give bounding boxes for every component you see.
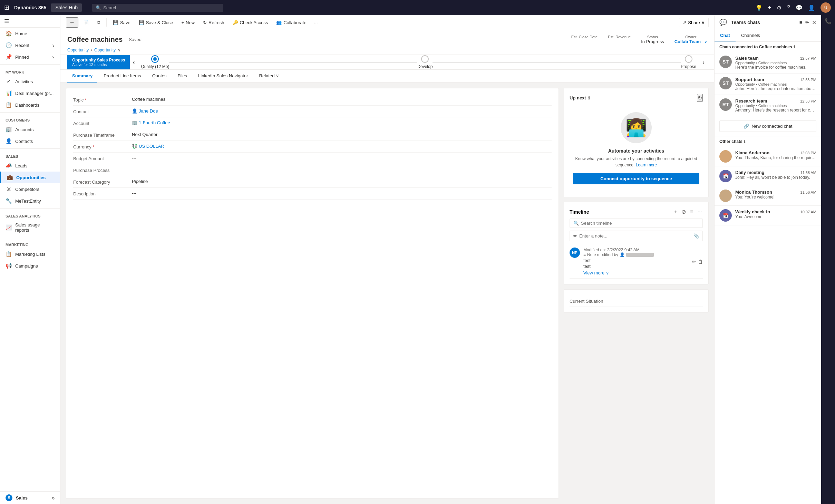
- status-value[interactable]: In Progress: [641, 39, 664, 44]
- back-button[interactable]: ←: [66, 17, 78, 28]
- process-next-button[interactable]: ›: [700, 59, 707, 66]
- refresh-button[interactable]: ↻ Refresh: [200, 18, 228, 27]
- chat-item-kiana[interactable]: Kiana Anderson 12:08 PM You: Thanks, Kia…: [715, 147, 821, 166]
- teams-tab-channels[interactable]: Channels: [736, 30, 766, 41]
- chat-item-weekly-checkin[interactable]: 📅 Weekly check-in 10:07 AM You: Awesome!: [715, 206, 821, 225]
- tab-product-line-items[interactable]: Product Line Items: [99, 70, 146, 83]
- waffle-icon[interactable]: ⊞: [4, 4, 9, 11]
- people-icon[interactable]: 👤: [808, 4, 815, 11]
- collaborate-button[interactable]: 👥 Collaborate: [273, 18, 310, 27]
- learn-more-link[interactable]: Learn more: [636, 163, 657, 167]
- tab-linkedin[interactable]: LinkedIn Sales Navigator: [193, 70, 253, 83]
- teams-close-button[interactable]: ✕: [812, 19, 816, 26]
- global-search-box[interactable]: 🔍: [92, 4, 223, 12]
- share-button[interactable]: ↗ Share ∨: [679, 18, 709, 27]
- form-value-currency[interactable]: 💱 US DOLLAR: [132, 144, 164, 149]
- form-value-description[interactable]: ---: [132, 191, 136, 196]
- form-value-forecast-category[interactable]: Pipeline: [132, 179, 148, 184]
- sidebar-item-sales-usage[interactable]: 📈 Sales usage reports: [0, 220, 60, 235]
- sidebar-item-pinned[interactable]: 📌 Pinned ∨: [0, 51, 60, 63]
- teams-phone-icon[interactable]: 📞: [825, 18, 832, 25]
- teams-filter-button[interactable]: ≡: [799, 19, 802, 26]
- chat-item-sales-team[interactable]: ST Sales team 12:57 PM Opportunity • Cof…: [715, 52, 821, 74]
- sidebar-item-activities[interactable]: ✓ Activities: [0, 76, 60, 87]
- up-next-refresh-button[interactable]: ↻: [697, 94, 703, 102]
- breadcrumb-opportunity[interactable]: Opportunity: [67, 48, 89, 52]
- save-button[interactable]: 💾 Save: [109, 18, 134, 27]
- breadcrumb-opportunity-type[interactable]: Opportunity: [94, 48, 116, 52]
- settings-icon[interactable]: ⚙: [777, 4, 781, 11]
- sidebar-item-recent[interactable]: 🕐 Recent ∨: [0, 39, 60, 51]
- form-value-budget-amount[interactable]: ---: [132, 155, 136, 161]
- sidebar-item-competitors[interactable]: ⚔ Competitors: [0, 183, 60, 195]
- campaigns-icon: 📢: [6, 263, 12, 269]
- view-more-button[interactable]: View more ∨: [583, 270, 688, 275]
- timeline-more-button[interactable]: ···: [697, 208, 703, 216]
- sidebar-item-leads[interactable]: 📣 Leads: [0, 160, 60, 172]
- owner-value[interactable]: Collab Team ∨: [674, 39, 707, 44]
- chat-item-research-team[interactable]: RT Research team 12:53 PM Opportunity • …: [715, 95, 821, 116]
- connect-opportunity-button[interactable]: Connect opportunity to sequence: [573, 173, 699, 184]
- delete-note-button[interactable]: 🗑: [698, 248, 703, 275]
- tab-summary[interactable]: Summary: [67, 70, 97, 83]
- new-connected-chat-button[interactable]: 🔗 New connected chat: [719, 120, 816, 132]
- sidebar-item-dashboards[interactable]: 📋 Dashboards: [0, 99, 60, 111]
- chat-item-daily-meeting[interactable]: 📅 Daily meeting 11:58 AM John: Hey all, …: [715, 166, 821, 186]
- teams-compose-button[interactable]: ✏: [805, 19, 809, 26]
- timeline-add-button[interactable]: +: [673, 208, 678, 216]
- timeline-search-box[interactable]: 🔍: [570, 219, 703, 228]
- lightbulb-icon[interactable]: 💡: [756, 4, 763, 11]
- est-close-date-value[interactable]: ---: [582, 39, 586, 44]
- help-icon[interactable]: ?: [787, 4, 790, 11]
- sidebar-item-opportunities[interactable]: 💼 Opportunities: [0, 172, 60, 183]
- timeline-note-field[interactable]: [579, 233, 691, 239]
- sidebar-item-marketing-lists[interactable]: 📋 Marketing Lists: [0, 248, 60, 260]
- check-access-button[interactable]: 🔑 Check Access: [229, 18, 272, 27]
- chat-icon[interactable]: 💬: [796, 4, 803, 11]
- timeline-sort-button[interactable]: ≡: [689, 208, 694, 216]
- process-stage-qualify[interactable]: Qualify (12 Mo): [141, 55, 169, 69]
- sidebar-item-deal-manager[interactable]: 📊 Deal manager (pr...: [0, 87, 60, 99]
- form-value-purchase-timeframe[interactable]: Next Quarter: [132, 132, 157, 137]
- sidebar-item-metestentity[interactable]: 🔧 MeTestEntity: [0, 195, 60, 207]
- sidebar-item-home[interactable]: 🏠 Home: [0, 28, 60, 39]
- est-revenue-value[interactable]: ---: [617, 39, 622, 44]
- sidebar-item-sales-bottom[interactable]: S Sales ◇: [0, 492, 60, 504]
- tab-quotes[interactable]: Quotes: [147, 70, 172, 83]
- chat-item-support-team[interactable]: ST Support team 12:53 PM Opportunity • C…: [715, 74, 821, 95]
- attachment-icon[interactable]: 📎: [693, 233, 699, 239]
- timeline-filter-button[interactable]: ⊘: [681, 208, 687, 216]
- process-stage-develop[interactable]: Develop: [417, 55, 433, 69]
- hamburger-icon[interactable]: ☰: [4, 18, 9, 25]
- edit-note-button[interactable]: ✏: [692, 248, 696, 275]
- process-stage-propose[interactable]: Propose: [681, 55, 696, 69]
- process-stages: Qualify (12 Mo) Develop Propose: [137, 55, 700, 69]
- chat-context: Opportunity • Coffee machines: [735, 61, 816, 65]
- form-value-topic[interactable]: Coffee machines: [132, 97, 165, 102]
- avatar[interactable]: U: [821, 2, 831, 13]
- add-icon[interactable]: +: [768, 4, 771, 11]
- search-input[interactable]: [103, 5, 220, 10]
- chat-item-monica[interactable]: Monica Thomson 11:56 AM You: You're welc…: [715, 186, 821, 206]
- save-close-button[interactable]: 💾 Save & Close: [135, 18, 177, 27]
- form-value-account[interactable]: 🏢 1-Fourth Coffee: [132, 120, 170, 125]
- breadcrumb-chevron-icon[interactable]: ∨: [118, 48, 121, 52]
- timeline-note-input[interactable]: ✏ 📎: [570, 231, 703, 241]
- form-value-contact[interactable]: 👤 Jane Doe: [132, 108, 158, 114]
- form-value-purchase-process[interactable]: ---: [132, 167, 136, 172]
- sidebar-item-campaigns[interactable]: 📢 Campaigns: [0, 260, 60, 272]
- new-button[interactable]: + New: [178, 18, 198, 27]
- timeline-search-input[interactable]: [581, 221, 699, 226]
- tab-related[interactable]: Related ∨: [254, 70, 284, 83]
- teams-tab-chat[interactable]: Chat: [715, 30, 736, 41]
- module-name[interactable]: Sales Hub: [51, 3, 82, 12]
- process-prev-button[interactable]: ‹: [130, 59, 137, 66]
- owner-chevron-icon[interactable]: ∨: [704, 39, 707, 44]
- split-view-button[interactable]: ⧉: [94, 18, 104, 27]
- sidebar-item-contacts[interactable]: 👤 Contacts: [0, 135, 60, 147]
- page-icon-button[interactable]: 📄: [80, 18, 92, 27]
- more-button[interactable]: ···: [311, 18, 321, 27]
- sidebar-item-accounts[interactable]: 🏢 Accounts: [0, 124, 60, 135]
- tab-files[interactable]: Files: [173, 70, 192, 83]
- account-name: 1-Fourth Coffee: [139, 120, 170, 125]
